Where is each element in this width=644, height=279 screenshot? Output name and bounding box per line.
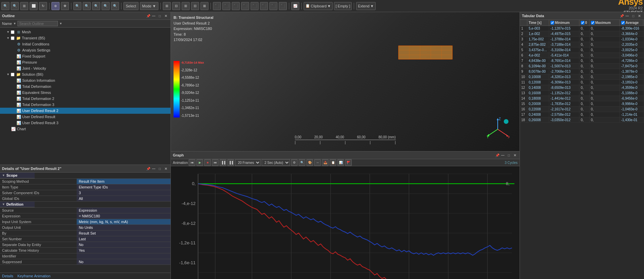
anim-arrows-btn[interactable]: ↔ (314, 159, 321, 166)
anim-settings-btn[interactable]: ⚙ (291, 159, 298, 166)
extend-dropdown[interactable]: Extend ▼ (356, 2, 375, 10)
table-row[interactable]: 13 0,16008 -1,1352e-012 0, 0, -5,1088e-0 (520, 91, 644, 96)
table-row[interactable]: 4 2,875e-002 -3,7188e-014 0, 0, -2,2035e… (520, 42, 644, 47)
tool2-btn[interactable]: ⊟ (172, 2, 180, 10)
tree-item-solution[interactable]: ▼📁Solution (B6) (0, 71, 171, 77)
table-row[interactable]: 16 0,22008 -2,1617e-012 0, 0, -1,0483e-0 (520, 107, 644, 112)
outline-pin-icon[interactable]: 📌 (146, 14, 150, 18)
col-avg-checkbox[interactable] (621, 21, 625, 25)
tree-item-chart[interactable]: 📈Chart (0, 126, 171, 132)
anim-data-btn[interactable]: 📊 (337, 159, 344, 166)
graph-minimize-icon[interactable]: — (500, 152, 505, 158)
zoom2-btn[interactable]: 🔍 (73, 2, 81, 10)
outline-maximize-icon[interactable]: □ (157, 13, 162, 19)
tabular-maximize-icon[interactable]: □ (631, 13, 636, 19)
select-box-btn[interactable]: ⬜ (30, 2, 38, 10)
graph-area[interactable]: 0, -4,e-12 -8,e-12 -1,2e-11 -1,6e-11 -2,… (171, 166, 520, 279)
tool12-btn[interactable]: ⬛ (269, 2, 277, 10)
select-btn[interactable]: Select (123, 2, 139, 10)
table-row[interactable]: 10 0,10008 -4,3281e-013 0, 0, -2,1985e-0 (520, 74, 644, 80)
table-row[interactable]: 1 5,e-003 -1,1287e-015 0, 0, -8,399e-016 (520, 26, 644, 31)
anim-bar-btn[interactable]: ▐▐ (220, 159, 226, 166)
scope-collapse-icon[interactable]: ▼ (2, 174, 5, 177)
frames-select[interactable]: 20 Frames (235, 159, 261, 166)
tree-item-mesh[interactable]: ▼⊞Mesh (0, 29, 171, 35)
zoom-fit-btn[interactable]: 🔍 (83, 2, 91, 10)
anim-zoom-btn[interactable]: 🔍 (299, 159, 305, 166)
col-max-checkbox[interactable] (591, 21, 595, 25)
zoom-in-btn[interactable]: 🔍 (1, 2, 9, 10)
tool7-btn[interactable]: ⬛ (222, 2, 230, 10)
tool4-btn[interactable]: ⊟ (191, 2, 199, 10)
table-row[interactable]: 2 1,e-002 -4,4975e-015 0, 0, -3,3664e-0 (520, 31, 644, 37)
tool8-btn[interactable]: ⬛ (232, 2, 240, 10)
tabular-close-icon[interactable]: ✕ (637, 13, 642, 19)
tool11-btn[interactable]: ⬛ (260, 2, 268, 10)
table-row[interactable]: 7 4,8438e-00 -8,7691e-014 0, 0, -4,7286e… (520, 58, 644, 64)
mode-dropdown[interactable]: Mode ▼ (140, 2, 158, 10)
cycles-label[interactable]: 3 Cycles (505, 161, 518, 165)
rotate-btn[interactable]: ↻ (39, 2, 47, 10)
zoom-out-btn[interactable]: 🔍 (11, 2, 19, 10)
tool3-btn[interactable]: ⊞ (182, 2, 190, 10)
details-link[interactable]: Details (2, 274, 13, 278)
table-row[interactable]: 3 1,75e-002 -1,3788e-014 0, 0, -1,0334e-… (520, 37, 644, 42)
anim-first-btn[interactable]: ⏮ (189, 159, 195, 166)
graph-maximize-icon[interactable]: □ (506, 152, 512, 158)
table-row[interactable]: 11 0,12008 -6,3096e-013 0, 0, -3,1892e-0 (520, 80, 644, 85)
keyframe-link[interactable]: Keyframe Animation (17, 274, 50, 278)
tool1-btn[interactable]: ⊞ (163, 2, 171, 10)
tree-item-analysis[interactable]: ⚙Analysis Settings (0, 47, 171, 53)
anim-copy-btn[interactable]: 📋 (330, 159, 336, 166)
tree-item-user_def3[interactable]: 📊User Defined Result 3 (0, 120, 171, 126)
cursor-btn[interactable]: ⊕ (51, 2, 60, 10)
tree-item-total_def3[interactable]: 📊Total Deformation 3 (0, 102, 171, 108)
graph-line-btn[interactable]: 📈 (291, 2, 299, 10)
anim-bar2-btn[interactable]: ▐▐ (227, 159, 234, 166)
tabular-pin-icon[interactable]: 📌 (620, 14, 624, 18)
table-row[interactable]: 14 0,18008 -1,4414e-012 0, 0, -6,9456e-0 (520, 96, 644, 101)
tree-item-sol_info[interactable]: 📊Solution Information (0, 77, 171, 83)
anim-last-btn[interactable]: ⏭ (212, 159, 219, 166)
tree-item-total_def2[interactable]: 📊Total Deformation 2 (0, 96, 171, 102)
col-min-checkbox[interactable] (551, 21, 554, 25)
table-row[interactable]: 8 6,1094e-00 -1,5007e-013 0, 0, -7,8475e… (520, 64, 644, 69)
col-zero-checkbox[interactable] (581, 21, 584, 25)
definition-collapse-icon[interactable]: ▼ (2, 203, 5, 206)
zoom-sel-btn[interactable]: 🔍 (102, 2, 110, 10)
anim-flag-btn[interactable]: 🚩 (345, 159, 352, 166)
details-pin-icon[interactable]: 📌 (146, 167, 150, 171)
tool13-btn[interactable]: ⬛ (279, 2, 287, 10)
sec-select[interactable]: 2 Sec (Auto) (262, 159, 290, 166)
tree-item-equiv_stress[interactable]: 📊Equivalent Stress (0, 90, 171, 96)
tree-item-user_def[interactable]: 📊User Defined Result (0, 114, 171, 120)
tool6-btn[interactable]: ⬛ (213, 2, 221, 10)
table-row[interactable]: 5 3,4375e-002 -5,3169e-014 0, 0, -3,0025… (520, 47, 644, 53)
outline-minimize-icon[interactable]: — (151, 13, 156, 19)
outline-close-icon[interactable]: ✕ (163, 13, 168, 19)
search-input[interactable] (17, 21, 58, 26)
zoom-win-btn[interactable]: 🔍 (111, 2, 119, 10)
details-minimize-icon[interactable]: — (151, 166, 156, 171)
graph-close-icon[interactable]: ✕ (512, 152, 518, 158)
outline-tree[interactable]: ▼⊞Mesh▼📁Transient (B5)⚙Initial Condition… (0, 28, 171, 165)
details-close-icon[interactable]: ✕ (163, 166, 168, 171)
tree-item-fixed[interactable]: 📊Fixed Support (0, 53, 171, 59)
zoom-area-btn[interactable]: 🔍 (92, 2, 100, 10)
tree-item-total_def[interactable]: 📊Total Deformation (0, 83, 171, 90)
tree-check-solution[interactable] (11, 73, 14, 76)
fit-view-btn[interactable]: ⊞ (20, 2, 28, 10)
tabular-minimize-icon[interactable]: — (624, 13, 630, 19)
view3d[interactable]: B: Transient Structural User Defined Res… (171, 12, 520, 151)
tree-item-pressure[interactable]: 📊Pressure (0, 59, 171, 65)
anim-stop-btn[interactable]: ■ (204, 159, 211, 166)
table-row[interactable]: 6 4,e-002 -5,411e-014 0, 0, -3,0496e-0 (520, 53, 644, 58)
tree-item-initial[interactable]: ⚙Initial Conditions (0, 41, 171, 47)
tree-check-mesh[interactable] (11, 30, 14, 34)
clipboard-dropdown[interactable]: 📋 Clipboard ▼ (304, 2, 333, 10)
table-row[interactable]: 12 0,14008 -8,6509e-013 0, 0, -4,3599e-0 (520, 85, 644, 91)
tabular-body[interactable]: 1 5,e-003 -1,1287e-015 0, 0, -8,399e-016… (520, 26, 644, 279)
tree-item-user_def2[interactable]: 📊User Defined Result 2 (0, 108, 171, 114)
empty-dropdown[interactable]: [ Empty ] (334, 2, 352, 10)
graph-pin-icon[interactable]: 📌 (495, 153, 499, 157)
